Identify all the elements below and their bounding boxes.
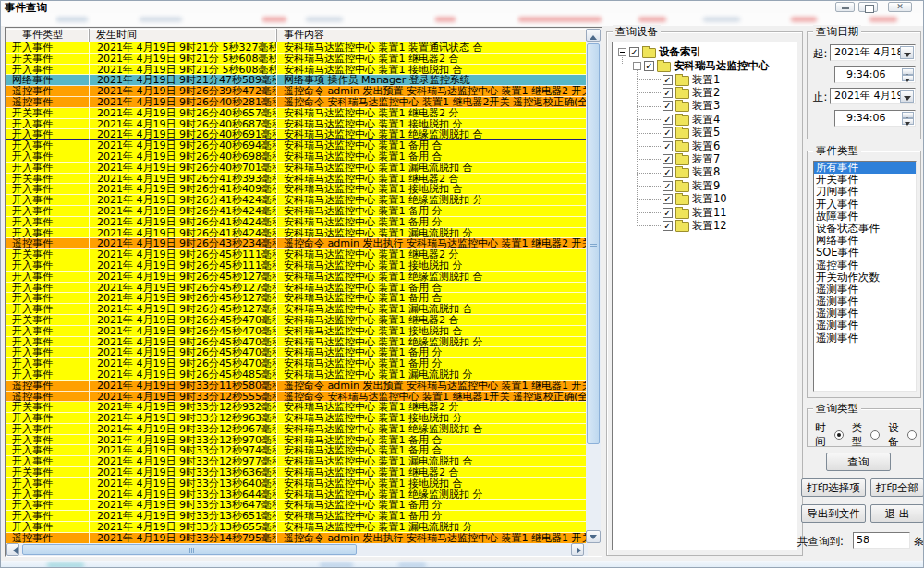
table-row[interactable]: 遥控事件2021年 4月19日 9时33分11秒580毫秒遥控命令 admin … bbox=[6, 381, 588, 392]
table-row[interactable]: 开入事件2021年 4月19日 9时26分45秒470毫秒安科瑞马达监控中心 装… bbox=[6, 347, 588, 358]
checkbox-checked-icon[interactable]: ✓ bbox=[663, 181, 673, 191]
spinner-buttons[interactable] bbox=[902, 68, 914, 81]
event-type-item[interactable]: 刀闸事件 bbox=[814, 186, 916, 198]
tree-item-device[interactable]: ✓装置6 bbox=[613, 139, 796, 152]
table-row[interactable]: 开入事件2021年 4月19日 9时21分 5秒327毫秒安科瑞马达监控中心 装… bbox=[6, 42, 588, 54]
spin-down-icon[interactable] bbox=[902, 118, 914, 125]
tree-item-device[interactable]: ✓装置10 bbox=[613, 193, 796, 206]
column-header-time[interactable]: 发生时间 bbox=[90, 29, 277, 42]
table-row[interactable]: 开入事件2021年 4月19日 9时26分45秒470毫秒安科瑞马达监控中心 装… bbox=[6, 326, 588, 337]
query-button[interactable]: 查询 bbox=[826, 453, 891, 471]
tree-item-device[interactable]: ✓装置4 bbox=[613, 113, 796, 126]
table-row[interactable]: 开入事件2021年 4月19日 9时33分13秒644毫秒安科瑞马达监控中心 装… bbox=[6, 489, 588, 501]
column-header-content[interactable]: 事件内容 bbox=[277, 29, 588, 42]
table-row[interactable]: 开入事件2021年 4月19日 9时26分41秒424毫秒安科瑞马达监控中心 装… bbox=[6, 228, 588, 239]
dropdown-arrow-icon[interactable] bbox=[900, 90, 914, 103]
table-row[interactable]: 开入事件2021年 4月19日 9时26分40秒698毫秒安科瑞马达监控中心 装… bbox=[6, 151, 588, 163]
tree-item-device[interactable]: ✓装置3 bbox=[613, 100, 796, 113]
checkbox-checked-icon[interactable]: ✓ bbox=[629, 47, 639, 57]
table-row[interactable]: 开入事件2021年 4月19日 9时26分41秒424毫秒安科瑞马达监控中心 装… bbox=[6, 217, 588, 228]
maximize-button[interactable] bbox=[858, 2, 878, 12]
table-row[interactable]: 开入事件2021年 4月19日 9时26分41秒409毫秒安科瑞马达监控中心 装… bbox=[6, 184, 588, 195]
table-row[interactable]: 开关事件2021年 4月19日 9时26分45秒111毫秒安科瑞马达监控中心 装… bbox=[6, 249, 588, 260]
table-row[interactable]: 遥控事件2021年 4月19日 9时33分14秒795毫秒遥控命令 admin … bbox=[6, 533, 588, 543]
dropdown-arrow-icon[interactable] bbox=[900, 46, 914, 59]
table-row[interactable]: 开入事件2021年 4月19日 9时26分45秒127毫秒安科瑞马达监控中心 装… bbox=[6, 272, 588, 283]
tree-item-device[interactable]: ✓装置7 bbox=[613, 152, 796, 165]
table-row[interactable]: 开入事件2021年 4月19日 9时26分40秒691毫秒安科瑞马达监控中心 装… bbox=[6, 129, 588, 140]
scroll-down-button[interactable] bbox=[586, 530, 601, 543]
vertical-scroll-thumb[interactable] bbox=[587, 43, 600, 444]
table-row[interactable]: 遥控事件2021年 4月19日 9时26分39秒472毫秒遥控命令 admin … bbox=[6, 86, 588, 97]
table-row[interactable]: 开入事件2021年 4月19日 9时21分 5秒608毫秒安科瑞马达监控中心 装… bbox=[6, 65, 588, 76]
event-type-listbox[interactable]: 所有事件开关事件刀闸事件开入事件故障事件设备状态事件网络事件SOE事件遥控事件开… bbox=[813, 161, 917, 392]
horizontal-scroll-thumb[interactable] bbox=[22, 544, 357, 555]
result-count-field[interactable]: 58 bbox=[853, 532, 910, 549]
tree-item-device[interactable]: ✓装置5 bbox=[613, 127, 796, 139]
table-row[interactable]: 网络事件2021年 4月19日 9时21分47秒589毫秒网络事项 操作员 Ma… bbox=[6, 75, 588, 86]
event-type-item[interactable]: 开入事件 bbox=[814, 199, 916, 211]
checkbox-checked-icon[interactable]: ✓ bbox=[663, 141, 673, 151]
radio-icon[interactable] bbox=[907, 430, 917, 440]
checkbox-checked-icon[interactable]: ✓ bbox=[663, 127, 673, 138]
table-row[interactable]: 遥控事件2021年 4月19日 9时26分43秒234毫秒遥控命令 admin … bbox=[6, 238, 588, 249]
table-row[interactable]: 开入事件2021年 4月19日 9时33分13秒651毫秒安科瑞马达监控中心 装… bbox=[6, 511, 588, 522]
table-row[interactable]: 开入事件2021年 4月19日 9时33分12秒963毫秒安科瑞马达监控中心 装… bbox=[6, 413, 588, 424]
table-row[interactable]: 开入事件2021年 4月19日 9时26分45秒111毫秒安科瑞马达监控中心 装… bbox=[6, 260, 588, 272]
table-row[interactable]: 开关事件2021年 4月19日 9时33分12秒932毫秒安科瑞马达监控中心 装… bbox=[6, 402, 588, 413]
export-button[interactable]: 导出到文件 bbox=[801, 504, 866, 523]
end-date-picker[interactable]: 2021年 4月19日 bbox=[830, 88, 916, 104]
table-row[interactable]: 开入事件2021年 4月19日 9时33分13秒647毫秒安科瑞马达监控中心 装… bbox=[6, 500, 588, 511]
checkbox-checked-icon[interactable]: ✓ bbox=[663, 208, 673, 218]
collapse-icon[interactable] bbox=[633, 62, 641, 70]
radio-selected-icon[interactable] bbox=[834, 430, 844, 440]
table-row[interactable]: 开入事件2021年 4月19日 9时26分45秒485毫秒安科瑞马达监控中心 装… bbox=[6, 369, 588, 381]
table-row[interactable]: 遥控事件2021年 4月19日 9时26分40秒281毫秒遥控命令 安科瑞马达监… bbox=[6, 97, 588, 108]
table-row[interactable]: 遥控事件2021年 4月19日 9时33分12秒555毫秒遥控命令 安科瑞马达监… bbox=[6, 392, 588, 403]
checkbox-checked-icon[interactable]: ✓ bbox=[644, 61, 654, 71]
table-row[interactable]: 开入事件2021年 4月19日 9时26分40秒694毫秒安科瑞马达监控中心 装… bbox=[6, 140, 588, 151]
print-selected-button[interactable]: 打印选择项 bbox=[801, 478, 866, 497]
table-row[interactable]: 开入事件2021年 4月19日 9时33分12秒970毫秒安科瑞马达监控中心 装… bbox=[6, 435, 588, 446]
scroll-left-button[interactable] bbox=[6, 543, 19, 556]
checkbox-checked-icon[interactable]: ✓ bbox=[663, 115, 673, 125]
tree-item-device[interactable]: ✓装置12 bbox=[613, 219, 796, 232]
table-row[interactable]: 开入事件2021年 4月19日 9时26分40秒701毫秒安科瑞马达监控中心 装… bbox=[6, 163, 588, 174]
end-time-spinner[interactable]: 9:34:06 bbox=[834, 110, 916, 127]
checkbox-checked-icon[interactable]: ✓ bbox=[663, 88, 673, 98]
event-type-item[interactable]: SOE事件 bbox=[814, 247, 916, 259]
start-time-spinner[interactable]: 9:34:06 bbox=[834, 66, 916, 83]
horizontal-scrollbar[interactable] bbox=[6, 543, 588, 556]
table-row[interactable]: 开入事件2021年 4月19日 9时26分40秒687毫秒安科瑞马达监控中心 装… bbox=[6, 119, 588, 130]
exit-button[interactable]: 退 出 bbox=[870, 504, 924, 523]
table-row[interactable]: 开入事件2021年 4月19日 9时26分45秒470毫秒安科瑞马达监控中心 装… bbox=[6, 337, 588, 348]
start-date-picker[interactable]: 2021年 4月18日 bbox=[830, 44, 916, 61]
minimize-button[interactable] bbox=[835, 2, 855, 12]
table-row[interactable]: 开入事件2021年 4月19日 9时33分13秒655毫秒安科瑞马达监控中心 装… bbox=[6, 522, 588, 533]
spin-up-icon[interactable] bbox=[902, 112, 914, 118]
table-row[interactable]: 开关事件2021年 4月19日 9时26分41秒393毫秒安科瑞马达监控中心 装… bbox=[6, 174, 588, 185]
spin-down-icon[interactable] bbox=[902, 75, 914, 81]
print-all-button[interactable]: 打印全部 bbox=[870, 478, 924, 497]
collapse-icon[interactable] bbox=[618, 48, 626, 56]
close-button[interactable]: ✕ bbox=[888, 2, 912, 12]
checkbox-checked-icon[interactable]: ✓ bbox=[663, 101, 673, 111]
spinner-buttons[interactable] bbox=[902, 112, 914, 125]
table-row[interactable]: 开入事件2021年 4月19日 9时26分41秒424毫秒安科瑞马达监控中心 装… bbox=[6, 206, 588, 217]
event-type-item[interactable]: 遥控事件 bbox=[814, 260, 916, 272]
table-row[interactable]: 开关事件2021年 4月19日 9时33分13秒636毫秒安科瑞马达监控中心 装… bbox=[6, 467, 588, 478]
table-row[interactable]: 开入事件2021年 4月19日 9时33分12秒967毫秒安科瑞马达监控中心 装… bbox=[6, 424, 588, 435]
checkbox-checked-icon[interactable]: ✓ bbox=[663, 75, 673, 85]
query-type-option[interactable]: 类型 bbox=[852, 421, 881, 449]
tree-item-device[interactable]: ✓装置8 bbox=[613, 166, 796, 179]
table-row[interactable]: 开入事件2021年 4月19日 9时26分45秒127毫秒安科瑞马达监控中心 装… bbox=[6, 293, 588, 304]
table-row[interactable]: 开入事件2021年 4月19日 9时26分45秒127毫秒安科瑞马达监控中心 装… bbox=[6, 304, 588, 315]
tree-item-center[interactable]: ✓ 安科瑞马达监控中心 bbox=[613, 59, 796, 73]
table-row[interactable]: 开入事件2021年 4月19日 9时33分12秒974毫秒安科瑞马达监控中心 装… bbox=[6, 445, 588, 456]
event-type-item[interactable]: 遥测事件 bbox=[814, 332, 916, 344]
spin-up-icon[interactable] bbox=[902, 68, 914, 75]
checkbox-checked-icon[interactable]: ✓ bbox=[663, 221, 673, 231]
table-row[interactable]: 开入事件2021年 4月19日 9时33分12秒977毫秒安科瑞马达监控中心 装… bbox=[6, 456, 588, 467]
checkbox-checked-icon[interactable]: ✓ bbox=[663, 194, 673, 204]
table-row[interactable]: 开关事件2021年 4月19日 9时26分40秒657毫秒安科瑞马达监控中心 装… bbox=[6, 108, 588, 119]
